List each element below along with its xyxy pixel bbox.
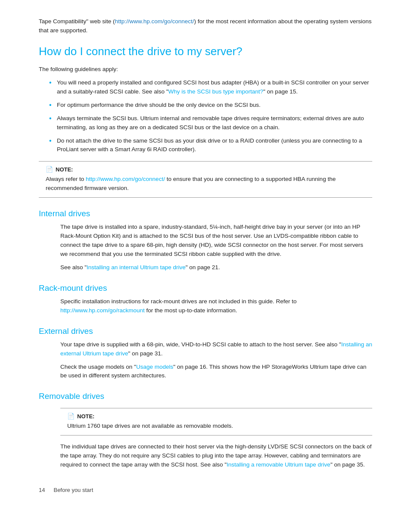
bullet-text-1-after: " on page 15. (263, 88, 298, 95)
external-drives-para1: Your tape drive is supplied with a 68-pi… (60, 340, 372, 358)
rackmount-drives-heading: Rack-mount drives (39, 283, 372, 293)
external-text-1-before: Your tape drive is supplied with a 68-pi… (60, 341, 341, 348)
bullet-text-4: Do not attach the drive to the same SCSI… (57, 137, 362, 153)
internal-see-also-before: See also " (60, 264, 87, 271)
bullet-text-3: Always terminate the SCSI bus. Ultrium i… (57, 115, 364, 131)
removable-drives-heading: Removable drives (39, 392, 372, 401)
external-text-2-before: Check the usage models on " (60, 364, 136, 370)
intro-paragraph: Tape Compatibility" web site (http://www… (39, 17, 372, 35)
removable-installing-link[interactable]: Installing a removable Ultrium tape driv… (227, 461, 330, 468)
list-item: Do not attach the drive to the same SCSI… (51, 137, 372, 155)
following-guidelines-text: The following guidelines apply: (39, 65, 372, 74)
note1-link[interactable]: http://www.hp.com/go/connect/ (86, 176, 165, 182)
rackmount-text-before: Specific installation instructions for r… (60, 298, 297, 305)
guidelines-list: You will need a properly installed and c… (51, 78, 372, 154)
external-drives-heading: External drives (39, 327, 372, 336)
internal-drives-body: The tape drive is installed into a spare… (60, 223, 372, 272)
scsi-bus-link[interactable]: Why is the SCSI bus type important? (168, 88, 263, 95)
internal-drives-heading: Internal drives (39, 209, 372, 218)
external-drives-para2: Check the usage models on "Usage models"… (60, 363, 372, 381)
external-drives-body: Your tape drive is supplied with a 68-pi… (60, 340, 372, 381)
internal-installing-link[interactable]: Installing an internal Ultrium tape driv… (87, 264, 186, 271)
removable-text-after: " on page 35. (330, 461, 365, 468)
note-icon-removable: 📄 (67, 413, 75, 420)
list-item: Always terminate the SCSI bus. Ultrium i… (51, 114, 372, 132)
note-box-1: 📄 NOTE: Always refer to http://www.hp.co… (39, 161, 372, 198)
note-text-removable: Ultrium 1760 tape drives are not availab… (67, 422, 365, 431)
removable-drives-body: The individual tape drives are connected… (60, 442, 372, 470)
note-label-text-removable: NOTE: (77, 413, 94, 420)
note-label-1: 📄 NOTE: (46, 166, 365, 173)
note-label-text-1: NOTE: (56, 166, 73, 173)
internal-drives-text1: The tape drive is installed into a spare… (60, 224, 363, 257)
rackmount-link[interactable]: http://www.hp.com/go/rackmount (60, 307, 145, 314)
internal-see-also-after: " on page 21. (186, 264, 220, 271)
list-item: For optimum performance the drive should… (51, 101, 372, 110)
note-box-removable: 📄 NOTE: Ultrium 1760 tape drives are not… (60, 408, 372, 436)
page-number: 14 (39, 487, 45, 493)
note1-text-before: Always refer to (46, 176, 86, 182)
rackmount-drives-para: Specific installation instructions for r… (60, 297, 372, 315)
internal-drives-para1: The tape drive is installed into a spare… (60, 223, 372, 259)
usage-models-link[interactable]: Usage models (136, 364, 173, 370)
list-item: You will need a properly installed and c… (51, 78, 372, 96)
page-footer: 14 Before you start (39, 487, 372, 493)
bullet-text-2: For optimum performance the drive should… (57, 102, 261, 108)
rackmount-drives-body: Specific installation instructions for r… (60, 297, 372, 315)
rackmount-text-after: for the most up-to-date information. (145, 307, 237, 314)
note-text-1: Always refer to http://www.hp.com/go/con… (46, 175, 365, 193)
main-heading: How do I connect the drive to my server? (39, 45, 372, 58)
footer-section-label: Before you start (53, 487, 93, 493)
external-text-1-after: " on page 31. (128, 350, 163, 357)
removable-drives-para: The individual tape drives are connected… (60, 442, 372, 470)
internal-drives-see-also: See also "Installing an internal Ultrium… (60, 263, 372, 272)
intro-link[interactable]: http://www.hp.com/go/connect/ (115, 18, 194, 25)
note-icon-1: 📄 (46, 166, 53, 173)
page-container: Tape Compatibility" web site (http://www… (0, 0, 411, 519)
intro-text-before: Tape Compatibility" web site ( (39, 18, 115, 25)
note-label-removable: 📄 NOTE: (67, 413, 365, 420)
